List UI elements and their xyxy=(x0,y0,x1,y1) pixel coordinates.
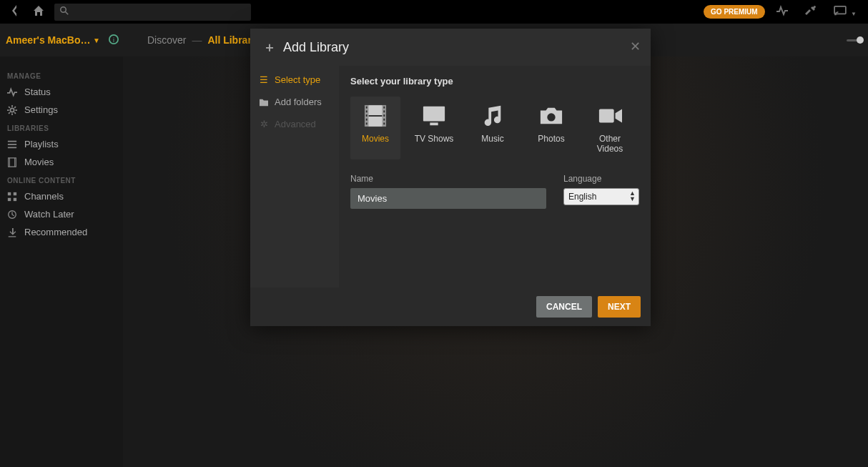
gear-icon xyxy=(7,105,17,115)
select-chevron-icon: ▲▼ xyxy=(629,190,636,202)
add-library-modal: ＋ Add Library ✕ ☰ Select type Add folder… xyxy=(250,29,651,326)
sidebar-item-status[interactable]: Status xyxy=(0,83,123,101)
list-icon: ☰ xyxy=(259,74,269,85)
svg-rect-15 xyxy=(14,197,16,200)
sidebar-item-label: Playlists xyxy=(24,139,59,149)
plus-icon: ＋ xyxy=(263,39,276,56)
svg-rect-35 xyxy=(599,109,614,123)
modal-steps: ☰ Select type Add folders ✲ Advanced xyxy=(250,66,339,287)
svg-rect-33 xyxy=(430,122,438,125)
step-add-folders[interactable]: Add folders xyxy=(250,91,339,113)
search-input[interactable] xyxy=(73,7,245,17)
modal-footer: CANCEL NEXT xyxy=(250,287,651,326)
go-premium-button[interactable]: GO PREMIUM xyxy=(704,5,765,19)
type-tile-music[interactable]: Music xyxy=(468,97,518,159)
svg-rect-24 xyxy=(366,119,368,121)
folder-icon xyxy=(259,98,269,107)
sidebar: MANAGE Status Settings LIBRARIES Playlis… xyxy=(0,56,123,467)
film-icon xyxy=(7,157,17,167)
sidebar-section-manage: MANAGE xyxy=(0,67,123,83)
tv-icon xyxy=(420,104,448,128)
close-icon: ✕ xyxy=(630,39,641,54)
video-icon xyxy=(596,104,623,128)
sidebar-item-recommended[interactable]: Recommended xyxy=(0,223,123,241)
home-icon[interactable] xyxy=(29,2,49,22)
step-select-type[interactable]: ☰ Select type xyxy=(250,69,339,91)
step-label: Add folders xyxy=(275,97,322,107)
sidebar-item-channels[interactable]: Channels xyxy=(0,187,123,205)
svg-line-1 xyxy=(66,12,69,15)
name-label: Name xyxy=(350,174,546,184)
tile-label: Music xyxy=(481,134,503,144)
nav-divider: — xyxy=(192,34,202,46)
sidebar-item-playlists[interactable]: Playlists xyxy=(0,135,123,153)
sidebar-item-label: Recommended xyxy=(24,227,87,237)
toggle-slider[interactable] xyxy=(847,39,861,41)
step-advanced: ✲ Advanced xyxy=(250,113,339,135)
svg-point-34 xyxy=(547,113,555,121)
sidebar-section-online: ONLINE CONTENT xyxy=(0,171,123,187)
svg-rect-26 xyxy=(383,107,385,109)
sidebar-item-movies[interactable]: Movies xyxy=(0,153,123,171)
tile-label: Movies xyxy=(362,134,389,144)
activity-icon xyxy=(7,87,17,97)
step-label: Select type xyxy=(275,74,320,85)
svg-rect-13 xyxy=(14,192,16,195)
music-icon xyxy=(479,104,506,128)
nav-discover[interactable]: Discover xyxy=(147,34,186,46)
download-icon xyxy=(7,227,17,237)
modal-header: ＋ Add Library ✕ xyxy=(250,29,651,66)
sidebar-item-label: Movies xyxy=(24,157,54,167)
clock-icon xyxy=(7,210,17,220)
type-tile-movies[interactable]: Movies xyxy=(350,97,400,159)
sidebar-item-label: Watch Later xyxy=(24,209,74,220)
svg-rect-22 xyxy=(366,110,368,112)
svg-rect-25 xyxy=(366,122,368,124)
sidebar-item-label: Settings xyxy=(24,104,58,115)
sidebar-item-label: Channels xyxy=(24,191,64,202)
next-button[interactable]: NEXT xyxy=(598,296,641,318)
activity-icon[interactable] xyxy=(771,2,794,22)
svg-rect-23 xyxy=(366,114,368,117)
svg-rect-21 xyxy=(366,107,368,109)
svg-text:i: i xyxy=(113,36,114,43)
modal-prompt: Select your library type xyxy=(350,76,639,87)
close-button[interactable]: ✕ xyxy=(630,39,641,54)
sidebar-item-label: Status xyxy=(24,87,51,97)
topbar: GO PREMIUM ▼ xyxy=(0,0,868,24)
library-name-input[interactable] xyxy=(350,188,546,209)
library-type-row: Movies TV Shows Music Photos Other Video… xyxy=(350,97,639,159)
svg-rect-30 xyxy=(383,122,385,124)
grid-icon xyxy=(7,192,17,202)
step-label: Advanced xyxy=(275,119,316,129)
language-label: Language xyxy=(563,174,639,184)
tools-icon[interactable] xyxy=(799,2,822,22)
svg-point-5 xyxy=(10,108,14,112)
modal-title: Add Library xyxy=(283,40,349,55)
back-icon[interactable] xyxy=(6,2,23,22)
camera-icon xyxy=(538,104,565,128)
type-tile-other[interactable]: Other Videos xyxy=(585,97,635,159)
server-dropdown[interactable]: Ameer's MacBoo... xyxy=(6,34,92,46)
chevron-down-icon: ▼ xyxy=(93,36,100,44)
sidebar-section-libraries: LIBRARIES xyxy=(0,119,123,135)
select-value: English xyxy=(568,192,596,202)
cast-icon[interactable]: ▼ xyxy=(828,3,862,21)
svg-rect-12 xyxy=(8,192,11,195)
tile-label: TV Shows xyxy=(415,134,454,144)
svg-rect-27 xyxy=(383,110,385,112)
search-icon xyxy=(60,6,69,17)
svg-rect-32 xyxy=(423,107,445,122)
film-icon xyxy=(362,104,389,128)
server-info-icon[interactable]: i xyxy=(109,34,119,46)
svg-point-0 xyxy=(61,7,66,13)
language-select[interactable]: English ▲▼ xyxy=(563,188,639,205)
search-box[interactable] xyxy=(54,4,251,21)
type-tile-tv[interactable]: TV Shows xyxy=(409,97,459,159)
type-tile-photos[interactable]: Photos xyxy=(526,97,576,159)
sidebar-item-watch-later[interactable]: Watch Later xyxy=(0,205,123,223)
svg-rect-14 xyxy=(8,197,11,200)
tile-label: Photos xyxy=(538,134,564,144)
sidebar-item-settings[interactable]: Settings xyxy=(0,101,123,119)
cancel-button[interactable]: CANCEL xyxy=(536,296,592,318)
